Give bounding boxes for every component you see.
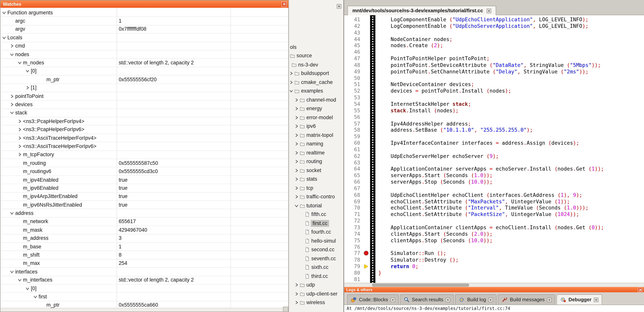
line-number[interactable]: 79 [344, 263, 363, 270]
watch-row[interactable]: [0] [0, 284, 288, 293]
line-marker-margin[interactable] [363, 172, 370, 179]
line-marker-margin[interactable] [363, 159, 370, 166]
watch-row[interactable]: m_ipv4Enabledtrue [0, 176, 288, 184]
breakpoint-marker[interactable] [364, 251, 368, 256]
log-tab-debugger[interactable]: Debugger [557, 294, 602, 305]
code-line[interactable]: 63 [344, 159, 644, 166]
code-line[interactable]: 65 serverApps.Start (Seconds (1.0)); [344, 172, 644, 179]
chevron-down-icon[interactable] [18, 61, 22, 65]
watches-hscrollbar[interactable] [0, 308, 288, 312]
chevron-right-icon[interactable] [294, 133, 298, 137]
chevron-right-icon[interactable] [18, 144, 22, 148]
line-number[interactable]: 64 [344, 166, 363, 172]
line-number[interactable]: 43 [344, 29, 363, 36]
line-number[interactable]: 67 [344, 185, 363, 192]
chevron-right-icon[interactable] [294, 292, 298, 296]
tree-item[interactable]: udp-client-ser [289, 289, 343, 298]
watch-row[interactable]: first [0, 293, 288, 301]
code-line[interactable]: 50 [344, 75, 644, 81]
chevron-right-icon[interactable] [294, 301, 298, 305]
editor-tab-close-button[interactable] [487, 8, 491, 13]
line-number[interactable]: 49 [344, 68, 363, 75]
chevron-right-icon[interactable] [18, 119, 22, 123]
tree-item[interactable]: second.cc [289, 245, 343, 254]
code-line[interactable]: 57 Ipv4AddressHelper address; [344, 120, 644, 127]
line-number[interactable]: 74 [344, 231, 363, 237]
code-line[interactable]: 60 Ipv4InterfaceContainer interfaces = a… [344, 140, 644, 146]
log-tab-build-log[interactable]: Build log [455, 294, 497, 305]
chevron-down-icon[interactable] [2, 10, 6, 14]
line-marker-margin[interactable] [363, 179, 370, 185]
watch-row[interactable]: m_ipv6NsRsJitterEnabledtrue [0, 201, 288, 209]
line-marker-margin[interactable] [363, 23, 370, 29]
line-number[interactable]: 81 [344, 276, 363, 283]
watch-row[interactable]: cmd [0, 42, 288, 50]
tree-item[interactable]: fifth.cc [289, 210, 343, 219]
chevron-down-icon[interactable] [18, 278, 22, 282]
code-line[interactable]: 55 stack.Install (nodes); [344, 107, 644, 114]
line-marker-margin[interactable] [363, 244, 370, 250]
chevron-down-icon[interactable] [10, 111, 14, 115]
line-number[interactable]: 71 [344, 211, 363, 218]
line-marker-margin[interactable] [363, 55, 370, 62]
watch-row[interactable]: argv0x7fffffffdf08 [0, 25, 288, 34]
code-line[interactable]: 72 [344, 218, 644, 224]
code-line[interactable]: 76 [344, 244, 644, 250]
chevron-right-icon[interactable] [294, 195, 298, 199]
tree-item[interactable]: tcp [289, 184, 343, 192]
editor-hscrollbar[interactable] [344, 283, 644, 287]
tab-close-button[interactable] [446, 298, 450, 302]
tree-item[interactable]: realtime [289, 148, 343, 157]
watch-row[interactable]: m_routing0x555555587c50 [0, 159, 288, 167]
watch-row[interactable]: [1] [0, 84, 288, 92]
tree-item[interactable]: ipv6 [289, 122, 343, 131]
chevron-right-icon[interactable] [10, 94, 14, 98]
watch-row[interactable]: nodes [0, 50, 288, 59]
line-marker-margin[interactable] [363, 81, 370, 88]
watch-row[interactable]: m_ipv6Enabledtrue [0, 184, 288, 193]
chevron-right-icon[interactable] [294, 107, 298, 111]
watch-row[interactable]: m_ptr0x5555555ca660 [0, 301, 288, 308]
chevron-down-icon[interactable] [2, 36, 6, 40]
line-number[interactable]: 77 [344, 250, 363, 257]
code-line[interactable]: 54 InternetStackHelper stack; [344, 101, 644, 107]
chevron-right-icon[interactable] [294, 116, 298, 120]
code-line[interactable]: 56 [344, 114, 644, 120]
line-marker-margin[interactable] [363, 185, 370, 192]
line-marker-margin[interactable] [363, 107, 370, 114]
chevron-right-icon[interactable] [294, 283, 298, 287]
chevron-right-icon[interactable] [10, 103, 14, 107]
line-marker-margin[interactable] [363, 29, 370, 36]
chevron-right-icon[interactable] [294, 160, 298, 164]
watch-row[interactable]: <ns3::PcapHelperForIpv4> [0, 117, 288, 126]
line-marker-margin[interactable] [363, 62, 370, 68]
logs-close-button[interactable] [638, 287, 642, 292]
code-line[interactable]: 58 address.SetBase ("10.1.1.0", "255.255… [344, 127, 644, 133]
line-marker-margin[interactable] [363, 146, 370, 153]
line-number[interactable]: 65 [344, 172, 363, 179]
tree-item[interactable]: first.cc [289, 219, 343, 228]
tree-item[interactable]: routing [289, 157, 343, 166]
watch-row[interactable]: m_ipv4ArpJitterEnabledtrue [0, 192, 288, 201]
line-number[interactable]: 45 [344, 42, 363, 49]
chevron-right-icon[interactable] [18, 136, 22, 140]
watch-row[interactable]: m_max254 [0, 259, 288, 268]
logs-titlebar[interactable]: Logs & others [344, 287, 644, 292]
chevron-down-icon[interactable] [26, 286, 30, 290]
line-number[interactable]: 72 [344, 218, 363, 224]
code-line[interactable]: 81 [344, 276, 644, 283]
line-number[interactable]: 44 [344, 36, 363, 42]
chevron-right-icon[interactable] [26, 86, 30, 90]
watch-row[interactable]: address [0, 209, 288, 218]
code-area[interactable]: 41 LogComponentEnable ("UdpEchoClientApp… [344, 16, 644, 283]
tree-item[interactable]: stats [289, 175, 343, 184]
code-line[interactable]: 45 nodes.Create (2); [344, 42, 644, 49]
line-marker-margin[interactable] [363, 198, 370, 205]
scrollbar-thumb[interactable] [372, 284, 469, 287]
tree-item[interactable]: hello-simul [289, 236, 343, 245]
code-line[interactable]: 53 [344, 94, 644, 101]
line-number[interactable]: 46 [344, 49, 363, 55]
code-line[interactable]: 49 pointToPoint.SetChannelAttribute ("De… [344, 68, 644, 75]
watch-row[interactable]: m_shift8 [0, 251, 288, 260]
code-line[interactable]: 75 clientApps.Stop (Seconds (10.0)); [344, 237, 644, 244]
